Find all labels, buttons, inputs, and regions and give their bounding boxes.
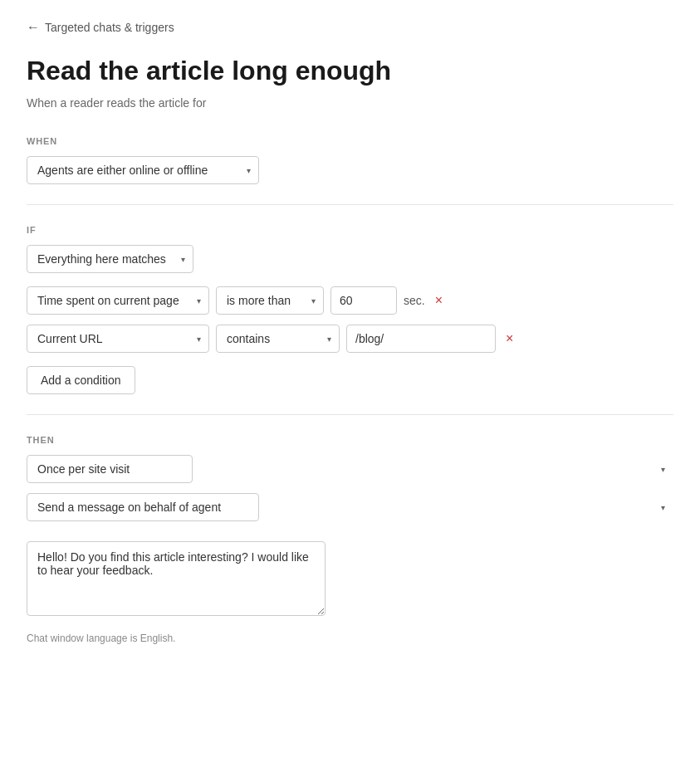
condition-row-1: Time spent on current page Current URL ▾… (27, 286, 673, 315)
chat-language-note: Chat window language is English. (27, 633, 673, 644)
condition2-operator-dropdown[interactable]: contains does not contain is exactly (216, 325, 340, 353)
message-textarea[interactable]: Hello! Do you find this article interest… (27, 541, 326, 616)
condition-row-2: Time spent on current page Current URL ▾… (27, 325, 673, 353)
if-match-dropdown[interactable]: Everything here matches Any of these mat… (27, 245, 193, 273)
then-frequency-wrapper: Once per site visit Every visit Once eve… (27, 455, 673, 483)
then-frequency-dropdown[interactable]: Once per site visit Every visit Once eve… (27, 455, 193, 483)
when-dropdown[interactable]: Agents are either online or offline Agen… (27, 156, 259, 184)
condition2-field-wrapper: Time spent on current page Current URL ▾ (27, 325, 209, 353)
then-action-arrow-icon: ▾ (661, 503, 665, 512)
page-title: Read the article long enough (27, 55, 673, 86)
then-label: THEN (27, 435, 673, 445)
back-link-label: Targeted chats & triggers (45, 21, 174, 34)
when-select-wrapper: Agents are either online or offline Agen… (27, 156, 259, 184)
add-condition-button[interactable]: Add a condition (27, 366, 135, 394)
when-section: WHEN Agents are either online or offline… (27, 136, 673, 184)
section-divider-2 (27, 414, 673, 415)
then-frequency-arrow-icon: ▾ (661, 465, 665, 474)
when-label: WHEN (27, 136, 673, 146)
condition2-value-input[interactable] (346, 325, 496, 353)
then-action-dropdown[interactable]: Send a message on behalf of agent Send a… (27, 493, 259, 521)
then-action-wrapper: Send a message on behalf of agent Send a… (27, 493, 673, 521)
condition1-value-input[interactable] (330, 286, 397, 315)
condition1-unit-label: sec. (404, 294, 425, 307)
if-match-select-wrapper: Everything here matches Any of these mat… (27, 245, 193, 273)
section-divider-1 (27, 204, 673, 205)
if-label: IF (27, 225, 673, 235)
condition2-operator-wrapper: contains does not contain is exactly ▾ (216, 325, 340, 353)
page-container: ← Targeted chats & triggers Read the art… (0, 0, 700, 671)
condition1-field-dropdown[interactable]: Time spent on current page Current URL (27, 286, 209, 315)
condition1-remove-button[interactable]: × (432, 291, 446, 310)
if-section: IF Everything here matches Any of these … (27, 225, 673, 394)
condition1-operator-wrapper: is more than is less than is exactly ▾ (216, 286, 324, 315)
then-section: THEN Once per site visit Every visit Onc… (27, 435, 673, 644)
condition2-field-dropdown[interactable]: Time spent on current page Current URL (27, 325, 209, 353)
back-arrow-icon: ← (27, 20, 40, 35)
page-subtitle: When a reader reads the article for (27, 96, 673, 110)
condition1-operator-dropdown[interactable]: is more than is less than is exactly (216, 286, 324, 315)
condition2-remove-button[interactable]: × (502, 329, 516, 349)
then-controls: Once per site visit Every visit Once eve… (27, 455, 673, 644)
condition1-field-wrapper: Time spent on current page Current URL ▾ (27, 286, 209, 315)
back-link[interactable]: ← Targeted chats & triggers (27, 20, 673, 35)
